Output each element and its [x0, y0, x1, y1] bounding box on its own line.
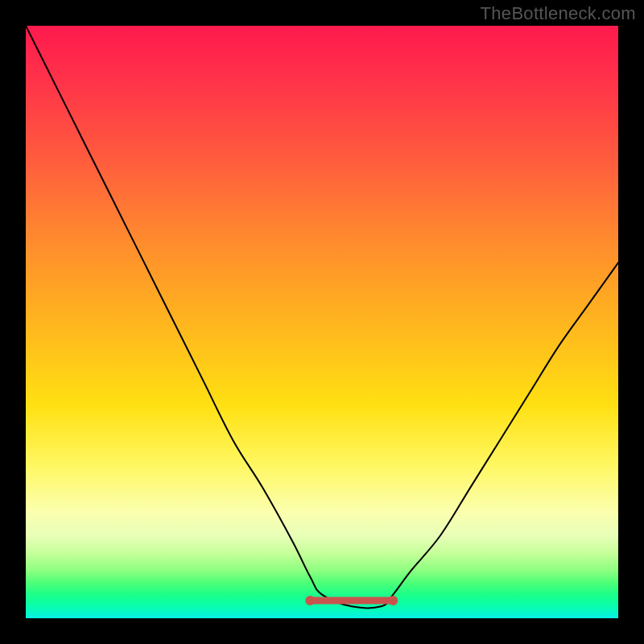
- watermark-text: TheBottleneck.com: [481, 3, 636, 24]
- curve-layer: [26, 26, 618, 618]
- flat-bottom-end-right: [388, 596, 398, 605]
- bottleneck-curve: [26, 26, 618, 608]
- plot-area: [26, 26, 618, 618]
- flat-bottom-end-left: [305, 596, 315, 605]
- chart-frame: TheBottleneck.com: [0, 0, 644, 644]
